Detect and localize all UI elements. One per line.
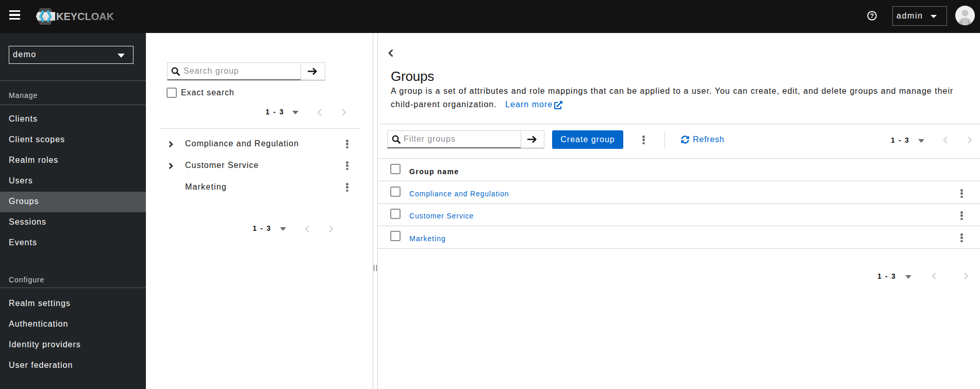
svg-text:?: ? [870,12,874,20]
svg-text:KEYCLOAK: KEYCLOAK [56,11,114,22]
